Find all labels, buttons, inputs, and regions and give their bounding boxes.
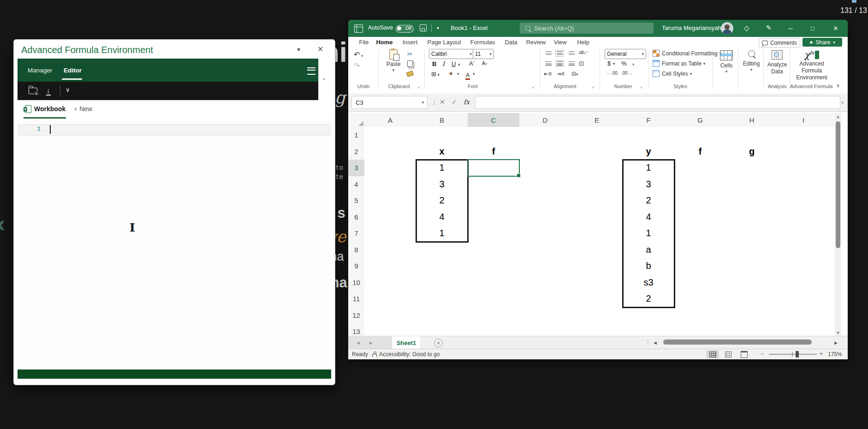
insert-function-icon[interactable]: fx (464, 96, 470, 108)
cell-E9[interactable] (571, 258, 623, 275)
cell-B1[interactable] (416, 127, 468, 144)
cell-E2[interactable] (571, 143, 623, 161)
cell-D4[interactable] (519, 176, 571, 193)
zoom-in-icon[interactable]: + (820, 351, 823, 357)
cell-F2[interactable]: y (623, 143, 675, 161)
afe-dropdown-icon[interactable]: ▾ (297, 46, 300, 53)
column-header-D[interactable]: D (519, 113, 571, 127)
cell-H10[interactable] (726, 274, 778, 292)
share-button[interactable]: Share ▾ (803, 38, 842, 47)
cell-G3[interactable] (674, 160, 726, 177)
column-header-partial[interactable] (829, 113, 835, 127)
cell-C8[interactable] (468, 242, 520, 259)
cell-D8[interactable] (519, 242, 571, 259)
cell-I3[interactable] (778, 160, 830, 177)
cell-F11[interactable]: 2 (623, 291, 675, 308)
cell-G1[interactable] (674, 127, 726, 144)
ribbon-tab-review[interactable]: Review (525, 37, 547, 48)
cell-A5[interactable] (364, 192, 416, 209)
row-header-12[interactable]: 12 (348, 307, 365, 324)
cell-G12[interactable] (674, 307, 726, 324)
cell-F13[interactable] (623, 323, 675, 336)
cell-H5[interactable] (726, 192, 778, 209)
align-top-icon[interactable] (546, 51, 552, 55)
align-left-icon[interactable] (546, 61, 552, 66)
cell-H4[interactable] (726, 176, 778, 193)
cell-H8[interactable] (726, 242, 778, 259)
cell-E12[interactable] (571, 307, 623, 324)
cell-A9[interactable] (364, 258, 416, 275)
bold-button[interactable]: B (432, 60, 436, 67)
cell-H9[interactable] (726, 258, 778, 275)
cell-D13[interactable] (519, 323, 571, 336)
font-color-dropdown-icon[interactable]: ▾ (473, 72, 475, 76)
cell-B11[interactable] (416, 291, 468, 308)
percent-style-icon[interactable]: % (621, 60, 627, 67)
cell-A4[interactable] (364, 176, 416, 193)
chevron-down-icon[interactable]: ∨ (65, 86, 70, 93)
cell-F5[interactable]: 2 (623, 192, 675, 209)
cell-G11[interactable] (674, 291, 726, 308)
cell-B2[interactable]: x (416, 143, 468, 161)
afe-ribbon-button[interactable]: χfx Advanced Formula Environment (792, 49, 832, 81)
cell-A8[interactable] (364, 242, 416, 259)
cell-D6[interactable] (519, 209, 571, 226)
cell-G9[interactable] (674, 258, 726, 275)
add-sheet-icon[interactable]: + (434, 339, 443, 347)
alignment-dialog-launcher-icon[interactable]: ⌟ (592, 83, 594, 89)
row-header-13[interactable]: 13 (348, 323, 365, 336)
ribbon-tab-file[interactable]: File (357, 37, 371, 48)
ribbon-tab-formulas[interactable]: Formulas (469, 37, 497, 48)
row-header-8[interactable]: 8 (348, 242, 365, 259)
normal-view-button[interactable] (706, 350, 719, 358)
cell-B9[interactable] (416, 258, 468, 275)
cell-C13[interactable] (468, 323, 520, 336)
ribbon-tab-page-layout[interactable]: Page Layout (426, 37, 463, 48)
maximize-button[interactable]: □ (805, 20, 820, 37)
horizontal-scroll-thumb[interactable] (663, 340, 812, 345)
next-sheet-icon[interactable]: ► (369, 340, 374, 346)
cell-G5[interactable] (674, 192, 726, 209)
cell-C7[interactable] (468, 225, 520, 242)
column-header-H[interactable]: H (726, 113, 778, 127)
row-header-11[interactable]: 11 (348, 291, 365, 308)
cell-F8[interactable]: a (623, 242, 675, 259)
cell-A7[interactable] (364, 225, 416, 242)
row-header-4[interactable]: 4 (348, 176, 365, 193)
column-header-C[interactable]: C (468, 113, 520, 128)
cell-A10[interactable] (364, 274, 416, 292)
cell-F9[interactable]: b (623, 258, 675, 275)
autosave-toggle[interactable]: Off (396, 25, 414, 33)
cell-E4[interactable] (571, 176, 623, 193)
font-dialog-launcher-icon[interactable]: ⌟ (532, 83, 534, 89)
cell-I5[interactable] (778, 192, 830, 209)
cell-A1[interactable] (364, 127, 416, 144)
cell-H6[interactable] (726, 209, 778, 226)
cell-I9[interactable] (778, 258, 830, 275)
cell-F7[interactable]: 1 (623, 225, 675, 242)
cell-E13[interactable] (571, 323, 623, 336)
cell-C4[interactable] (468, 176, 520, 193)
avatar[interactable] (721, 22, 733, 35)
tab-scroll-splitter[interactable]: ⋮ (645, 339, 651, 345)
cell-partial[interactable] (829, 225, 835, 242)
cell-A12[interactable] (364, 307, 416, 324)
row-header-3[interactable]: 3 (348, 160, 365, 177)
formula-input[interactable] (475, 96, 840, 109)
cell-B12[interactable] (416, 307, 468, 324)
cell-F10[interactable]: s3 (623, 274, 675, 292)
scroll-down-icon[interactable]: ▼ (835, 329, 841, 336)
cell-partial[interactable] (829, 176, 835, 193)
cell-partial[interactable] (829, 274, 835, 292)
cell-G8[interactable] (674, 242, 726, 259)
align-center-icon[interactable] (557, 61, 563, 66)
zoom-level[interactable]: 175% (828, 351, 842, 358)
cell-E10[interactable] (571, 274, 623, 292)
menu-icon[interactable] (307, 67, 315, 75)
comments-button[interactable]: Comments (759, 38, 800, 48)
enter-check-icon[interactable]: ✓ (452, 96, 457, 108)
column-header-I[interactable]: I (778, 113, 830, 127)
cell-I12[interactable] (778, 307, 830, 324)
cell-B4[interactable]: 3 (416, 176, 468, 193)
cell-partial[interactable] (829, 160, 835, 177)
